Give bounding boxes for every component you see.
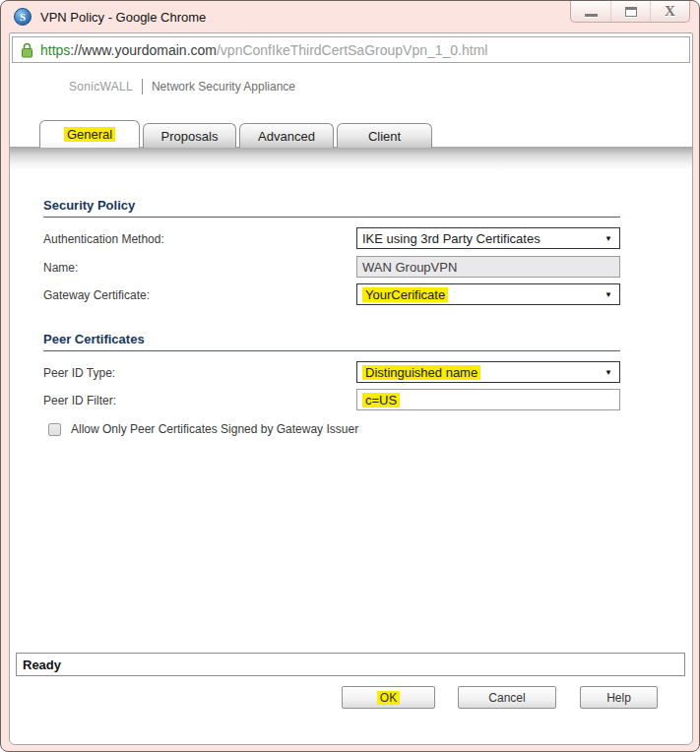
auth-method-value: IKE using 3rd Party Certificates	[362, 231, 541, 246]
signed-by-issuer-label: Allow Only Peer Certificates Signed by G…	[71, 422, 358, 436]
tab-advanced[interactable]: Advanced	[239, 123, 334, 148]
close-icon: X	[665, 4, 675, 19]
url-text: https://www.yourdomain.com/vpnConfIkeThi…	[40, 42, 487, 58]
brand-name: SonicWALL	[69, 80, 133, 94]
name-field-wrap: WAN GroupVPN	[356, 256, 620, 278]
minimize-button[interactable]	[571, 1, 610, 22]
gateway-cert-select[interactable]: YourCerificate ▼	[356, 283, 620, 305]
chevron-down-icon: ▼	[605, 234, 612, 243]
secure-lock-icon	[21, 42, 33, 58]
peer-certificates-heading: Peer Certificates	[43, 332, 145, 346]
peer-id-type-value: Distinguished name	[362, 365, 480, 380]
peer-id-filter-value: c=US	[362, 393, 400, 407]
gateway-cert-select-wrap: YourCerificate ▼	[356, 283, 620, 305]
close-button[interactable]: X	[650, 1, 689, 22]
peer-id-filter-label: Peer ID Filter:	[43, 394, 116, 407]
title-bar[interactable]: S VPN Policy - Google Chrome X	[1, 1, 699, 32]
tab-client-label: Client	[368, 129, 401, 144]
status-bar: Ready	[16, 653, 685, 676]
status-text: Ready	[23, 658, 61, 672]
peer-certificates-rule	[43, 350, 620, 351]
peer-id-type-select[interactable]: Distinguished name ▼	[356, 361, 620, 383]
brand-divider	[142, 79, 143, 94]
tab-proposals-label: Proposals	[161, 129, 219, 144]
minimize-icon	[585, 14, 598, 17]
auth-method-select-wrap: IKE using 3rd Party Certificates ▼	[356, 227, 620, 249]
vpn-policy-popup-window: S VPN Policy - Google Chrome X https://w…	[0, 0, 700, 752]
tab-band-divider	[10, 147, 692, 171]
name-value: WAN GroupVPN	[362, 260, 457, 275]
cancel-button-label: Cancel	[488, 691, 525, 705]
tab-client[interactable]: Client	[337, 123, 432, 148]
auth-method-select[interactable]: IKE using 3rd Party Certificates ▼	[356, 227, 620, 249]
ok-button-label: OK	[377, 691, 400, 705]
tab-general[interactable]: General	[39, 120, 140, 148]
peer-id-type-label: Peer ID Type:	[43, 366, 115, 380]
url-separator: ://	[70, 42, 82, 58]
chevron-down-icon: ▼	[605, 368, 612, 377]
signed-by-issuer-checkbox[interactable]	[48, 423, 61, 436]
gateway-cert-label: Gateway Certificate:	[43, 288, 150, 302]
signed-by-issuer-row: Allow Only Peer Certificates Signed by G…	[48, 422, 358, 436]
brand-header: SonicWALL Network Security Appliance	[69, 78, 295, 94]
name-field: WAN GroupVPN	[356, 256, 620, 278]
security-policy-heading: Security Policy	[43, 198, 135, 213]
window-title: VPN Policy - Google Chrome	[40, 10, 206, 25]
content-area: https://www.yourdomain.com/vpnConfIkeThi…	[9, 32, 693, 745]
sonicwall-shield-icon: S	[14, 8, 32, 26]
peer-id-type-select-wrap: Distinguished name ▼	[356, 361, 620, 383]
gateway-cert-value: YourCerificate	[362, 287, 448, 302]
maximize-icon	[625, 7, 637, 17]
brand-product: Network Security Appliance	[152, 80, 295, 94]
tab-general-label: General	[64, 127, 115, 142]
maximize-button[interactable]	[610, 1, 650, 22]
url-domain: www.yourdomain.com	[82, 42, 217, 58]
ok-button[interactable]: OK	[342, 686, 435, 709]
url-scheme: https	[40, 42, 70, 58]
tab-advanced-label: Advanced	[258, 129, 315, 144]
cancel-button[interactable]: Cancel	[458, 686, 556, 709]
peer-id-filter-input-wrap: c=US	[356, 389, 620, 410]
tab-proposals[interactable]: Proposals	[143, 123, 236, 148]
url-bar[interactable]: https://www.yourdomain.com/vpnConfIkeThi…	[12, 36, 690, 63]
name-label: Name:	[43, 261, 78, 275]
help-button-label: Help	[606, 691, 631, 705]
help-button[interactable]: Help	[580, 686, 658, 709]
url-path: /vpnConfIkeThirdCertSaGroupVpn_1_0.html	[217, 42, 487, 58]
tab-bar: General Proposals Advanced Client	[39, 120, 432, 148]
window-controls: X	[570, 1, 690, 23]
chevron-down-icon: ▼	[605, 290, 612, 299]
security-policy-rule	[43, 217, 620, 218]
peer-id-filter-input[interactable]: c=US	[356, 389, 620, 410]
auth-method-label: Authentication Method:	[43, 232, 164, 246]
